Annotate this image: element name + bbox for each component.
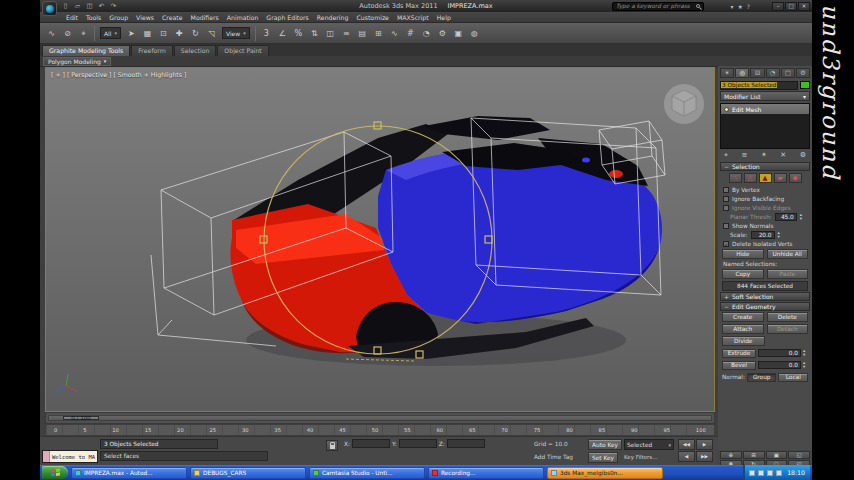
bind-to-spacewarp-icon[interactable]: ⌖: [76, 26, 91, 41]
polygon-modeling-panel-button[interactable]: Polygon Modeling ▾: [43, 57, 111, 66]
key-filters-button[interactable]: Key Filters...: [624, 454, 657, 460]
delete-button[interactable]: Delete: [767, 312, 809, 322]
menu-views[interactable]: Views: [132, 12, 158, 23]
auto-key-button[interactable]: Auto Key: [588, 439, 622, 450]
object-color-swatch[interactable]: [800, 81, 810, 89]
previous-frame-button[interactable]: ◀: [678, 451, 695, 462]
minimize-button[interactable]: –: [772, 2, 784, 11]
menu-rendering[interactable]: Rendering: [313, 12, 353, 23]
menu-graph-editors[interactable]: Graph Editors: [262, 12, 312, 23]
rollout-edit-geometry-header[interactable]: − Edit Geometry: [720, 302, 810, 311]
menu-modifiers[interactable]: Modifiers: [187, 12, 223, 23]
save-file-icon[interactable]: ◫: [84, 1, 95, 11]
align-icon[interactable]: ≡: [339, 26, 354, 41]
show-end-result-icon[interactable]: ≡: [741, 151, 747, 159]
start-button[interactable]: [42, 466, 68, 479]
y-coordinate-field[interactable]: [399, 439, 437, 448]
spinner-control[interactable]: ▴▾: [803, 361, 808, 369]
motion-panel-tab[interactable]: ◔: [766, 68, 780, 78]
select-and-scale-icon[interactable]: ◹: [204, 26, 219, 41]
set-key-button[interactable]: Set Key: [588, 452, 618, 463]
zoom-icon[interactable]: ⊕: [720, 451, 742, 459]
configure-modifier-sets-icon[interactable]: ⚙: [800, 151, 806, 159]
pin-stack-icon[interactable]: ⌖: [724, 151, 728, 159]
create-panel-tab[interactable]: ✶: [720, 68, 734, 78]
communication-center-icon[interactable]: ★: [737, 2, 742, 11]
ignore-visible-edges-checkbox[interactable]: [723, 205, 729, 211]
layer-manager-icon[interactable]: ▤: [355, 26, 370, 41]
modifier-stack-entry[interactable]: Edit Mesh: [721, 104, 809, 114]
divide-button[interactable]: Divide: [722, 336, 765, 346]
modifier-stack[interactable]: Edit Mesh: [720, 103, 810, 149]
select-and-link-icon[interactable]: ∿: [44, 26, 59, 41]
spinner-control[interactable]: ▴▾: [778, 231, 783, 239]
tray-icon[interactable]: [758, 470, 764, 476]
time-slider[interactable]: 0 / 100: [45, 412, 715, 424]
by-vertex-checkbox[interactable]: [723, 187, 729, 193]
copy-button[interactable]: Copy: [722, 269, 764, 279]
viewcube[interactable]: [664, 84, 704, 124]
tab-selection[interactable]: Selection: [174, 45, 217, 56]
new-scene-icon[interactable]: ▯: [60, 1, 71, 11]
curve-editor-icon[interactable]: ∿: [387, 26, 402, 41]
menu-tools[interactable]: Tools: [82, 12, 105, 23]
hide-button[interactable]: Hide: [722, 249, 764, 259]
object-name-field[interactable]: 3 Objects Selected: [720, 81, 798, 90]
menu-create[interactable]: Create: [158, 12, 187, 23]
polygon-mode-icon[interactable]: ▰: [774, 173, 787, 183]
selection-lock-toggle[interactable]: [326, 440, 338, 451]
select-object-icon[interactable]: ➤: [124, 26, 139, 41]
menu-customize[interactable]: Customize: [352, 12, 392, 23]
spinner-control[interactable]: ▴▾: [800, 213, 805, 221]
selection-filter-dropdown[interactable]: All ▾: [100, 27, 121, 39]
search-scope-icon[interactable]: ▾: [730, 2, 733, 11]
spinner-control[interactable]: ▴▾: [803, 349, 808, 357]
perspective-viewport[interactable]: [ + ] [ Perspective ] [ Smooth + Highlig…: [45, 67, 715, 412]
attach-button[interactable]: Attach: [722, 324, 764, 334]
x-coordinate-field[interactable]: [352, 439, 390, 448]
maxscript-mini-listener[interactable]: Welcome to MA: [42, 450, 98, 463]
taskbar-item-3ds-max-chat[interactable]: 3ds Max_melgibs0n...: [547, 467, 663, 479]
app-menu-button[interactable]: [42, 1, 57, 16]
select-and-move-icon[interactable]: ✚: [172, 26, 187, 41]
percent-snap-icon[interactable]: %: [291, 26, 306, 41]
snap-toggle-icon[interactable]: 3: [259, 26, 274, 41]
remove-modifier-icon[interactable]: ✕: [780, 151, 786, 159]
taskbar-item-debugs-cars[interactable]: DEBUGS_CARS: [190, 467, 306, 479]
show-normals-checkbox[interactable]: [723, 223, 729, 229]
zoom-extents-icon[interactable]: ▣: [766, 451, 788, 459]
material-editor-icon[interactable]: ◔: [419, 26, 434, 41]
play-animation-button[interactable]: ▶: [696, 439, 713, 450]
zoom-region-icon[interactable]: ◱: [788, 451, 810, 459]
render-production-icon[interactable]: ◍: [467, 26, 482, 41]
menu-animation[interactable]: Animation: [223, 12, 263, 23]
modify-panel-tab[interactable]: ◎: [735, 68, 749, 78]
menu-help[interactable]: Help: [433, 12, 455, 23]
tray-icon[interactable]: [776, 470, 782, 476]
select-and-rotate-icon[interactable]: ↻: [188, 26, 203, 41]
menu-maxscript[interactable]: MAXScript: [393, 12, 433, 23]
hierarchy-panel-tab[interactable]: ⊟: [750, 68, 764, 78]
track-bar[interactable]: 0510152025303540455055606570758085909510…: [45, 424, 715, 436]
edge-mode-icon[interactable]: △: [744, 173, 757, 183]
select-by-name-icon[interactable]: ▦: [140, 26, 155, 41]
normal-local-button[interactable]: Local: [778, 373, 808, 382]
go-to-start-button[interactable]: ◀◀: [678, 439, 695, 450]
planar-thresh-field[interactable]: 45.0: [775, 213, 797, 221]
rollout-soft-selection-header[interactable]: + Soft Selection: [720, 292, 810, 301]
detach-button[interactable]: Detach: [767, 324, 809, 334]
angle-snap-icon[interactable]: ∠: [275, 26, 290, 41]
create-button[interactable]: Create: [722, 312, 764, 322]
unhide-all-button[interactable]: Unhide All: [767, 249, 809, 259]
extrude-field[interactable]: 0.0: [758, 349, 801, 357]
zoom-all-icon[interactable]: ⊞: [743, 451, 765, 459]
add-time-tag[interactable]: Add Time Tag: [534, 454, 573, 460]
viewport-label[interactable]: [ + ] [ Perspective ] [ Smooth + Highlig…: [51, 71, 186, 78]
make-unique-icon[interactable]: ✶: [761, 151, 767, 159]
element-mode-icon[interactable]: ◆: [789, 173, 802, 183]
tray-icon[interactable]: [749, 470, 755, 476]
selection-region-icon[interactable]: ⊡: [156, 26, 171, 41]
time-slider-track[interactable]: 0 / 100: [48, 415, 712, 421]
taskbar-item-impreza[interactable]: IMPREZA.max - Autod...: [71, 467, 187, 479]
key-target-dropdown[interactable]: Selected ▾: [624, 439, 674, 450]
